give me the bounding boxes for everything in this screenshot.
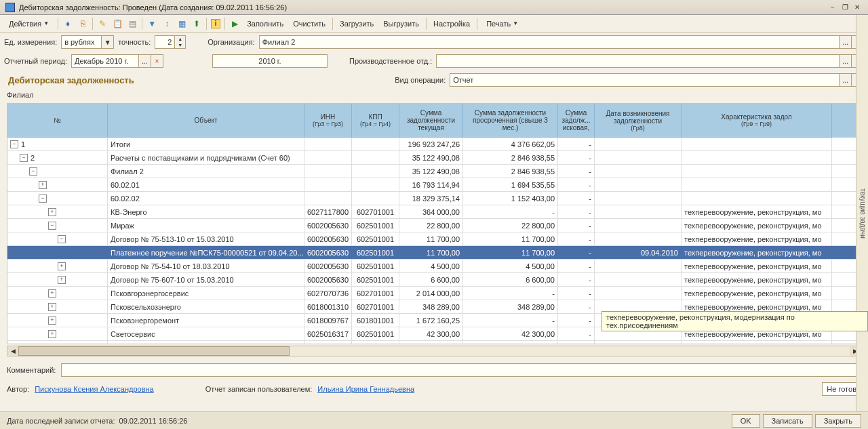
horizontal-scrollbar[interactable]: ◀ ▶	[7, 346, 861, 356]
paste-icon[interactable]: 📋	[112, 18, 123, 29]
period-clear-btn[interactable]: ×	[151, 54, 163, 68]
cell: 364 000,00	[399, 205, 463, 218]
maximize-button[interactable]: ❐	[840, 3, 850, 12]
cell: -	[558, 300, 595, 313]
expand-icon[interactable]: +	[58, 276, 66, 284]
table-row[interactable]: −60.02.0218 329 375,141 152 403,00-	[7, 192, 861, 205]
scroll-thumb[interactable]	[18, 346, 290, 356]
col-over[interactable]: Сумма задолженности просроченная (свыше …	[463, 104, 558, 138]
refresh-icon[interactable]: ♦	[62, 18, 73, 29]
cell: Псковсельхозэнерго	[108, 300, 304, 313]
table-row[interactable]: +КВ-Энерго6027117800602701001364 000,00-…	[7, 205, 861, 219]
comment-field[interactable]	[61, 363, 861, 377]
cell	[595, 178, 682, 191]
play-icon[interactable]: ▶	[229, 18, 240, 29]
print-dropdown[interactable]: Печать ▼	[481, 18, 523, 30]
saved-label: Отчет записан пользователем:	[205, 385, 313, 393]
fill-button[interactable]: Заполнить	[244, 18, 286, 29]
filter-icon[interactable]: ▼	[146, 18, 157, 29]
close-button[interactable]: ✕	[852, 3, 863, 12]
table-row[interactable]: +Севзапэнерго ХК472002063247200100110 66…	[7, 341, 861, 344]
expand-icon[interactable]: +	[48, 344, 56, 345]
table-row[interactable]: −Мираж600200563060250100122 800,0022 800…	[7, 219, 861, 232]
save-button[interactable]: Записать	[763, 414, 812, 428]
table-row[interactable]: −2Расчеты с поставщиками и подрядчиками …	[7, 151, 861, 165]
precision-field[interactable]: 2	[155, 35, 175, 49]
expand-icon[interactable]: +	[48, 330, 56, 338]
table-row[interactable]: +Псковгорэнергосервис6027070736602701001…	[7, 287, 861, 300]
col-date[interactable]: Дата возникновения задолженности(Гр8)	[595, 104, 682, 138]
footer-date-value: 09.02.2011 16:56:26	[119, 417, 188, 425]
col-char[interactable]: Характеристика задол(Гр9 = Гр9)	[682, 104, 832, 138]
org-field[interactable]: Филиал 2	[259, 35, 840, 49]
collapse-icon[interactable]: −	[48, 222, 56, 230]
optype-field[interactable]: Отчет	[450, 73, 840, 87]
collapse-icon[interactable]: −	[10, 140, 18, 148]
optype-label: Вид операции:	[395, 76, 446, 84]
year-field[interactable]: 2010 г.	[212, 54, 328, 68]
copy-icon[interactable]: ⎘	[77, 18, 88, 29]
settings-button[interactable]: Настройка	[431, 18, 473, 29]
scroll-left-btn[interactable]: ◀	[7, 346, 18, 356]
table-row[interactable]: −Договор № 75-513-10 от 15.03.2010600200…	[7, 232, 861, 246]
org-select-btn[interactable]: ...	[840, 35, 852, 49]
row-num-cell: −	[7, 192, 108, 205]
side-panel-tab[interactable]: текущие задачи	[856, 15, 868, 411]
cell: 196 923 247,26	[399, 138, 463, 150]
cell: 1 694 535,55	[463, 178, 558, 191]
prod-field[interactable]	[436, 54, 840, 68]
col-isk[interactable]: Сумма задолж... исковая,	[558, 104, 595, 138]
expand-icon[interactable]: +	[48, 289, 56, 298]
row-num-cell: +	[7, 327, 108, 340]
minimize-button[interactable]: −	[827, 3, 838, 12]
expand-icon[interactable]: +	[48, 208, 56, 216]
unit-field[interactable]: в рублях	[61, 35, 102, 49]
table-row[interactable]: +Договор № 75-54-10 от 18.03.20106002005…	[7, 260, 861, 273]
export-icon[interactable]: ⬆	[191, 18, 202, 29]
cell: 6025016317	[304, 327, 352, 340]
calendar-icon[interactable]: ▦	[176, 18, 187, 29]
expand-icon[interactable]: +	[48, 316, 56, 325]
collapse-icon[interactable]: −	[29, 167, 37, 176]
unit-dropdown-btn[interactable]: ▼	[102, 35, 114, 49]
table-row[interactable]: +60.02.0116 793 114,941 694 535,55-	[7, 178, 861, 192]
doc-icon[interactable]: ▤	[127, 18, 138, 29]
table-row[interactable]: −Филиал 235 122 490,082 846 938,55-	[7, 165, 861, 178]
unload-button[interactable]: Выгрузить	[380, 18, 422, 29]
cell: техперевооружение, реконструкция, мо	[682, 260, 832, 272]
cell: 348 289,00	[399, 300, 463, 313]
cell	[352, 192, 399, 205]
table-row[interactable]: +Договор № 75-607-10 от 15.03.2010600200…	[7, 273, 861, 287]
actions-dropdown[interactable]: Действия ▼	[4, 18, 54, 30]
row-num-cell: +	[7, 205, 108, 218]
close-form-button[interactable]: Закрыть	[815, 414, 861, 428]
info-icon[interactable]: i	[211, 19, 220, 28]
col-num[interactable]: №	[7, 104, 108, 138]
col-obj[interactable]: Объект	[108, 104, 304, 138]
new-icon[interactable]: ✎	[97, 18, 108, 29]
table-row[interactable]: Платежное поручение №ПСК75-00000521 от 0…	[7, 246, 861, 260]
collapse-icon[interactable]: −	[39, 195, 47, 203]
optype-select-btn[interactable]: ...	[840, 73, 852, 87]
col-kpp[interactable]: КПП(Гр4 = Гр4)	[352, 104, 399, 138]
clear-button[interactable]: Очистить	[290, 18, 328, 29]
col-sum[interactable]: Сумма задолженности текущая	[399, 104, 463, 138]
table-row[interactable]: −1Итоги196 923 247,264 376 662,05-	[7, 138, 861, 151]
col-inn[interactable]: ИНН(Гр3 = Гр3)	[304, 104, 352, 138]
collapse-icon[interactable]: −	[58, 235, 66, 243]
precision-spinner[interactable]: ▲▼	[175, 35, 186, 49]
load-button[interactable]: Загрузить	[337, 18, 376, 29]
collapse-icon[interactable]: −	[20, 154, 28, 162]
author-link[interactable]: Пискунова Ксения Александровна	[35, 385, 154, 393]
saved-link[interactable]: Ильина Ирина Геннадьевна	[317, 385, 414, 393]
expand-icon[interactable]: +	[48, 303, 56, 311]
ok-button[interactable]: OK	[732, 414, 760, 428]
expand-icon[interactable]: +	[58, 262, 66, 270]
sort-icon[interactable]: ↕	[161, 18, 172, 29]
period-field[interactable]: Декабрь 2010 г.	[71, 54, 139, 68]
cell: 601801001	[352, 314, 399, 327]
cell	[682, 138, 832, 150]
expand-icon[interactable]: +	[39, 181, 47, 189]
period-select-btn[interactable]: ...	[139, 54, 151, 68]
prod-select-btn[interactable]: ...	[840, 54, 852, 68]
